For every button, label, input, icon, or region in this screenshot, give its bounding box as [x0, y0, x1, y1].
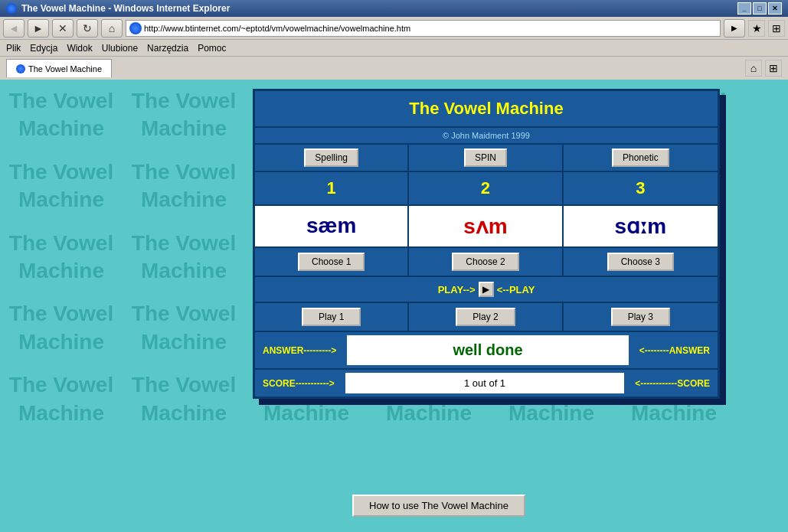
phonetic-cell-3: sɑːm	[564, 206, 718, 246]
col-number-3: 3	[564, 172, 718, 204]
answer-value: well done	[347, 335, 628, 365]
back-button[interactable]: ◄	[3, 19, 25, 38]
home-icon[interactable]: ⌂	[745, 60, 762, 77]
column-headers: Spelling SPIN Phonetic	[255, 145, 718, 172]
page-icon	[129, 22, 142, 34]
app-subtitle: © John Maidment 1999	[255, 128, 718, 145]
col-header-2: SPIN	[409, 145, 563, 171]
maximize-btn[interactable]: □	[753, 2, 767, 15]
play-cell-1: Play 1	[255, 303, 409, 331]
play-arrows-row: PLAY--> ▶ <--PLAY	[255, 277, 718, 303]
menu-bar: Plik Edycja Widok Ulubione Narzędzia Pom…	[0, 40, 788, 57]
tab-label: The Vowel Machine	[28, 64, 102, 73]
answer-row: ANSWER---------> well done <--------ANSW…	[255, 332, 718, 370]
watermark-text-19: The VowelMachine	[0, 292, 123, 364]
watermark-text-1: The VowelMachine	[0, 80, 123, 151]
watermark-text-13: The VowelMachine	[0, 222, 123, 293]
choose-1-button[interactable]: Choose 1	[298, 253, 365, 271]
play-3-button[interactable]: Play 3	[611, 308, 670, 326]
phonetic-button[interactable]: Phonetic	[612, 149, 669, 167]
app-title: The Vowel Machine	[255, 91, 718, 128]
subtitle-text: © John Maidment 1999	[443, 131, 530, 140]
forward-button[interactable]: ►	[28, 19, 49, 38]
go-button[interactable]: ▶	[724, 19, 745, 38]
page-content: The VowelMachine The VowelMachine The Vo…	[0, 80, 788, 532]
watermark-text-25: The VowelMachine	[0, 364, 123, 435]
toolbar-icons: ⌂ ⊞	[745, 60, 782, 77]
play-cell-2: Play 2	[409, 303, 563, 331]
tab-vowel-machine[interactable]: The Vowel Machine	[6, 59, 112, 77]
col-header-1: Spelling	[255, 145, 409, 171]
app-panel: The Vowel Machine © John Maidment 1999 S…	[253, 89, 720, 399]
choose-cell-3: Choose 3	[564, 248, 718, 276]
watermark-text-2: The VowelMachine	[123, 80, 245, 151]
ie-icon	[6, 3, 17, 14]
phonetic-row: sæm sʌm sɑːm	[255, 206, 718, 248]
feeds-toolbar-icon[interactable]: ⊞	[765, 60, 782, 77]
watermark-text-26: The VowelMachine	[123, 364, 245, 435]
menu-edycja[interactable]: Edycja	[30, 43, 57, 54]
refresh-button[interactable]: ↻	[77, 19, 98, 38]
app-title-text: The Vowel Machine	[409, 99, 563, 118]
col-number-1: 1	[255, 172, 409, 204]
answer-left-label: ANSWER--------->	[255, 339, 344, 362]
choose-row: Choose 1 Choose 2 Choose 3	[255, 248, 718, 277]
window-title: The Vowel Machine - Windows Internet Exp…	[21, 3, 230, 14]
tab-icon	[16, 64, 25, 73]
menu-pomoc[interactable]: Pomoc	[198, 43, 226, 54]
spin-button[interactable]: SPIN	[464, 149, 507, 167]
phonetic-cell-1: sæm	[255, 206, 409, 246]
address-bar	[126, 20, 721, 37]
col-header-3: Phonetic	[564, 145, 718, 171]
score-row: SCORE-----------> 1 out of 1 <----------…	[255, 370, 718, 397]
menu-ulubione[interactable]: Ulubione	[102, 43, 138, 54]
home-button[interactable]: ⌂	[101, 19, 123, 38]
column-numbers: 1 2 3	[255, 172, 718, 206]
choose-2-button[interactable]: Choose 2	[452, 253, 518, 271]
feeds-icon[interactable]: ⊞	[768, 20, 785, 37]
menu-widok[interactable]: Widok	[67, 43, 92, 54]
play-2-button[interactable]: Play 2	[456, 308, 515, 326]
play-left-label: PLAY-->	[438, 284, 476, 295]
score-left-label: SCORE----------->	[255, 372, 342, 395]
score-right-label: <------------SCORE	[627, 372, 718, 395]
spelling-button[interactable]: Spelling	[304, 149, 358, 167]
menu-plik[interactable]: Plik	[6, 43, 21, 54]
score-value: 1 out of 1	[345, 373, 625, 393]
close-btn[interactable]: ✕	[768, 2, 782, 15]
address-input[interactable]	[144, 24, 717, 33]
phonetic-cell-2: sʌm	[409, 206, 563, 246]
watermark-text-20: The VowelMachine	[123, 292, 245, 364]
how-to-container: How to use The Vowel Machine	[352, 494, 525, 517]
tabs-bar: The Vowel Machine ⌂ ⊞	[0, 57, 788, 80]
play-cell-3: Play 3	[564, 303, 718, 331]
watermark-text-14: The VowelMachine	[123, 222, 245, 293]
watermark-text-8: The VowelMachine	[123, 151, 245, 222]
watermark-text-7: The VowelMachine	[0, 151, 123, 222]
answer-right-label: <--------ANSWER	[632, 339, 718, 362]
how-to-button[interactable]: How to use The Vowel Machine	[352, 494, 525, 517]
window-controls: _ □ ✕	[737, 2, 782, 15]
play-row: Play 1 Play 2 Play 3	[255, 303, 718, 332]
choose-cell-1: Choose 1	[255, 248, 409, 276]
play-arrow-button[interactable]: ▶	[479, 282, 494, 297]
stop-button[interactable]: ✕	[52, 19, 74, 38]
choose-3-button[interactable]: Choose 3	[607, 253, 674, 271]
play-right-label: <--PLAY	[497, 284, 535, 295]
minimize-btn[interactable]: _	[737, 2, 751, 15]
toolbar: ◄ ► ✕ ↻ ⌂ ▶ ★ ⊞	[0, 17, 788, 40]
choose-cell-2: Choose 2	[409, 248, 563, 276]
title-bar: The Vowel Machine - Windows Internet Exp…	[0, 0, 788, 17]
menu-narzedzia[interactable]: Narzędzia	[147, 43, 188, 54]
favorites-icon[interactable]: ★	[748, 20, 765, 37]
col-number-2: 2	[409, 172, 563, 204]
play-1-button[interactable]: Play 1	[302, 308, 361, 326]
